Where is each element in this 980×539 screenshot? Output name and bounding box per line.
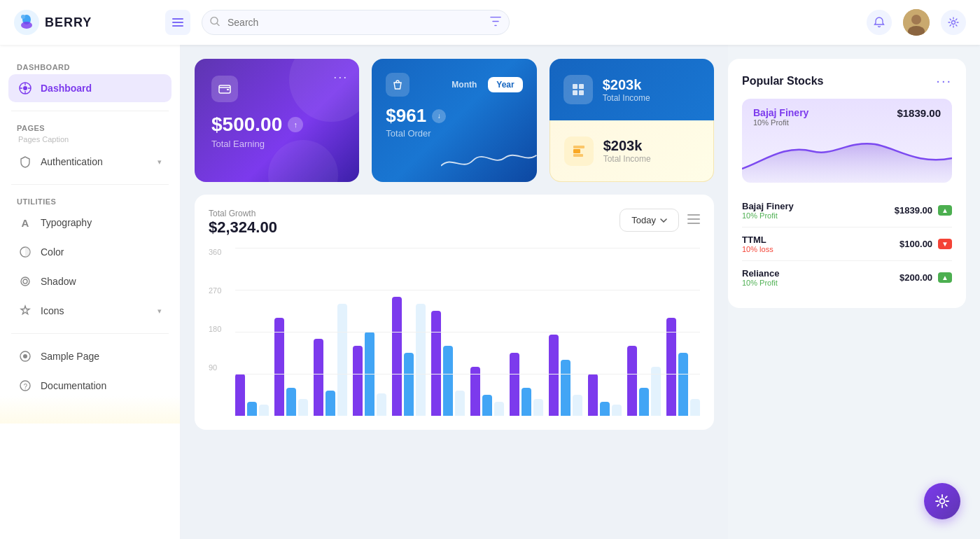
svg-rect-25 [579, 84, 584, 89]
sample-page-icon [18, 349, 32, 363]
bar-group-4 [392, 248, 426, 416]
chart-controls: Today [620, 209, 700, 232]
stock-item-ttml: TTML 10% loss $100.00 ▼ [742, 227, 952, 261]
bar-group-11 [666, 248, 700, 416]
avatar[interactable] [903, 9, 930, 36]
svg-rect-28 [573, 149, 580, 153]
bar-group-3 [353, 248, 386, 416]
chart-header: Total Growth $2,324.00 Today [209, 209, 700, 237]
svg-point-17 [23, 279, 27, 284]
featured-stock-profit: 10% Profit [753, 118, 808, 127]
menu-button[interactable] [165, 10, 190, 35]
gear-icon [948, 17, 959, 28]
bar-light-11 [690, 399, 700, 416]
bar-light-6 [494, 402, 504, 416]
bar-group-10 [627, 248, 661, 416]
sidebar-item-dashboard[interactable]: Dashboard [8, 74, 172, 102]
bar-blue-11 [678, 353, 688, 416]
bar-light-7 [533, 399, 543, 416]
svg-point-10 [911, 15, 921, 24]
card-more-button[interactable]: ··· [333, 70, 348, 85]
sidebar: Dashboard Dashboard Pages Pages Caption … [0, 45, 181, 539]
bar-light-8 [573, 395, 582, 416]
sidebar-authentication-label: Authentication [41, 156, 103, 167]
search-input[interactable] [202, 10, 510, 35]
bar-group-6 [470, 248, 504, 416]
featured-stock-info: Bajaj Finery 10% Profit $1839.00 [753, 107, 941, 127]
card-order-top: Month Year [386, 73, 522, 97]
card-income-bottom: $203k Total Income [550, 120, 714, 182]
svg-point-3 [21, 15, 25, 19]
right-column: Popular Stocks ··· Bajaj Finery 10% Prof… [728, 45, 980, 539]
svg-rect-30 [573, 154, 583, 157]
sidebar-item-color[interactable]: Color [8, 238, 172, 266]
stocks-more-button[interactable]: ··· [936, 73, 952, 89]
bar-blue-6 [482, 395, 492, 416]
header: BERRY [0, 0, 980, 45]
down-arrow-icon: ↓ [432, 109, 446, 123]
bar-group-1 [274, 248, 308, 416]
featured-stock-svg [742, 130, 952, 183]
card-earning-label: Total Earning [211, 139, 342, 149]
svg-rect-5 [172, 22, 183, 23]
filter-icon[interactable] [490, 17, 501, 29]
notification-button[interactable] [867, 10, 892, 35]
stock-bajaj-profit: 10% Profit [742, 211, 794, 220]
logo-icon [14, 10, 39, 35]
sidebar-section-pages: Pages [8, 120, 172, 135]
bar-blue-10 [639, 388, 649, 416]
bar-blue-1 [286, 388, 296, 416]
chart-y-axis: 360 270 180 90 [209, 248, 231, 402]
bar-light-1 [298, 399, 308, 416]
bar-light-9 [612, 405, 622, 416]
featured-stock-name: Bajaj Finery [753, 107, 808, 118]
bar-blue-3 [365, 332, 374, 416]
sidebar-item-authentication[interactable]: Authentication ▾ [8, 148, 172, 176]
today-button[interactable]: Today [620, 209, 679, 232]
stock-bajaj-name: Bajaj Finery [742, 201, 794, 211]
year-button[interactable]: Year [488, 77, 522, 92]
sidebar-item-typography[interactable]: A Typography [8, 209, 172, 237]
featured-stock-details: Bajaj Finery 10% Profit [753, 107, 808, 127]
income-bottom-amount: $203k [603, 138, 651, 154]
shadow-icon [18, 274, 32, 288]
bar-purple-0 [235, 374, 245, 416]
bar-light-0 [259, 405, 269, 416]
card-order-amount: $961 ↓ [386, 105, 522, 127]
bar-blue-2 [326, 391, 335, 416]
bag-icon [391, 78, 404, 91]
income-bottom-icon [564, 136, 594, 166]
stock-bajaj-info: Bajaj Finery 10% Profit [742, 201, 794, 220]
up-arrow-icon: ↑ [288, 117, 303, 132]
bar-group-8 [549, 248, 582, 416]
month-year-toggle: Month Year [443, 77, 522, 92]
sidebar-item-icons[interactable]: Icons ▾ [8, 297, 172, 325]
month-button[interactable]: Month [443, 77, 485, 92]
stocks-section: Popular Stocks ··· Bajaj Finery 10% Prof… [728, 59, 966, 308]
bar-light-5 [455, 391, 465, 416]
stock-ttml-loss: 10% loss [742, 245, 774, 253]
bar-light-3 [377, 393, 386, 416]
sidebar-item-shadow[interactable]: Shadow [8, 267, 172, 295]
card-earning-amount: $500.00 ↑ [211, 113, 342, 136]
stock-ttml-right: $100.00 ▼ [899, 239, 952, 249]
sidebar-divider-3 [11, 333, 169, 334]
card-total-order: Month Year $961 ↓ Total Order [372, 59, 536, 182]
svg-point-2 [21, 22, 32, 29]
bell-icon [874, 17, 885, 28]
chevron-down-icon [660, 218, 667, 223]
featured-stock-chart: Bajaj Finery 10% Profit $1839.00 [742, 99, 952, 183]
chart-body: 360 270 180 90 [209, 248, 700, 416]
header-right [867, 9, 966, 36]
stock-list: Bajaj Finery 10% Profit $1839.00 ▲ TTML … [742, 194, 952, 294]
chart-menu-button[interactable] [687, 213, 700, 227]
icons-icon [18, 304, 32, 318]
sidebar-item-sample-page[interactable]: Sample Page [8, 342, 172, 370]
bar-blue-8 [561, 360, 570, 416]
settings-button[interactable] [941, 10, 966, 35]
color-icon [18, 245, 32, 259]
svg-rect-29 [573, 146, 584, 148]
income-top-label: Total Income [603, 93, 650, 103]
income-top-info: $203k Total Income [603, 77, 650, 103]
fab-settings[interactable] [924, 483, 960, 519]
